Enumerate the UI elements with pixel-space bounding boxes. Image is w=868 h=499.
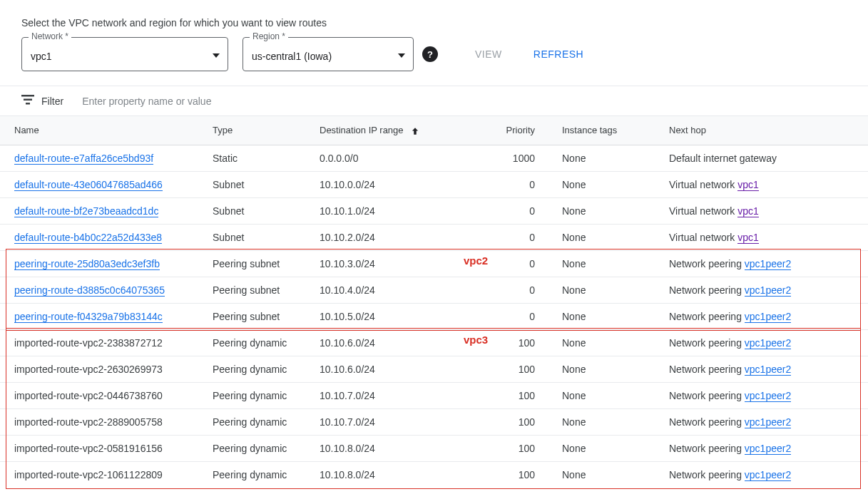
table-row: imported-route-vpc2-2630269973Peering dy…	[0, 356, 868, 382]
route-tags: None	[556, 250, 663, 277]
route-priority: 100	[471, 329, 556, 356]
route-dest: 10.10.6.0/24	[314, 329, 471, 356]
route-tags: None	[556, 356, 663, 382]
table-row: imported-route-vpc2-0446738760Peering dy…	[0, 382, 868, 408]
next-hop-link[interactable]: vpc1	[737, 232, 759, 244]
route-priority: 100	[471, 356, 556, 382]
route-type: Peering dynamic	[207, 356, 314, 382]
route-type: Subnet	[207, 171, 314, 197]
route-dest: 10.10.4.0/24	[314, 277, 471, 303]
network-select[interactable]: Network * vpc1	[21, 37, 228, 71]
chevron-down-icon	[213, 48, 220, 60]
route-tags: None	[556, 277, 663, 303]
refresh-button[interactable]: REFRESH	[525, 43, 592, 66]
route-type: Static	[207, 145, 314, 171]
route-name-link[interactable]: peering-route-d3885c0c64075365	[14, 284, 165, 297]
route-dest: 10.10.8.0/24	[314, 435, 471, 461]
col-next[interactable]: Next hop	[663, 116, 868, 145]
table-row: imported-route-vpc2-0581916156Peering dy…	[0, 435, 868, 461]
table-row: imported-route-vpc2-1061122809Peering dy…	[0, 461, 868, 488]
route-dest: 10.10.6.0/24	[314, 356, 471, 382]
header-row: Name Type Destination IP range Priority …	[0, 116, 868, 145]
route-tags: None	[556, 303, 663, 329]
route-name-link[interactable]: default-route-e7affa26ce5bd93f	[14, 153, 153, 165]
route-priority: 1000	[471, 145, 556, 171]
route-tags: None	[556, 435, 663, 461]
next-hop-link[interactable]: vpc1	[737, 205, 759, 217]
route-priority: 100	[471, 461, 556, 488]
route-priority: 100	[471, 408, 556, 435]
network-label: Network *	[29, 31, 71, 41]
region-label: Region *	[250, 31, 288, 41]
route-priority: 100	[471, 435, 556, 461]
next-hop-link[interactable]: vpc1peer2	[745, 443, 791, 455]
route-priority: 0	[471, 277, 556, 303]
next-hop-link[interactable]: vpc1peer2	[745, 337, 791, 349]
route-name-text: imported-route-vpc2-2889005758	[0, 408, 207, 435]
svg-rect-1	[24, 99, 32, 101]
route-type: Peering dynamic	[207, 435, 314, 461]
region-value: us-central1 (Iowa)	[252, 51, 332, 62]
route-name-link[interactable]: default-route-43e06047685ad466	[14, 179, 163, 191]
route-name-link[interactable]: default-route-bf2e73beaadcd1dc	[14, 205, 158, 217]
routes-table-wrap: Name Type Destination IP range Priority …	[0, 116, 868, 488]
route-tags: None	[556, 197, 663, 224]
route-tags: None	[556, 382, 663, 408]
route-next-hop: Network peering vpc1peer2	[663, 382, 868, 408]
route-next-hop: Network peering vpc1peer2	[663, 356, 868, 382]
region-select[interactable]: Region * us-central1 (Iowa)	[242, 37, 414, 71]
route-dest: 10.10.7.0/24	[314, 408, 471, 435]
route-priority: 100	[471, 382, 556, 408]
route-name-link[interactable]: default-route-b4b0c22a52d433e8	[14, 232, 162, 244]
route-type: Subnet	[207, 224, 314, 250]
col-dest[interactable]: Destination IP range	[314, 116, 471, 145]
col-name[interactable]: Name	[0, 116, 207, 145]
route-dest: 10.10.5.0/24	[314, 303, 471, 329]
filter-label: Filter	[41, 96, 63, 107]
route-name-link[interactable]: peering-route-25d80a3edc3ef3fb	[14, 258, 160, 270]
next-hop-link[interactable]: vpc1	[737, 179, 759, 191]
table-row: imported-route-vpc2-2383872712Peering dy…	[0, 329, 868, 356]
help-icon[interactable]: ?	[422, 46, 438, 62]
next-hop-link[interactable]: vpc1peer2	[745, 364, 791, 376]
route-type: Peering dynamic	[207, 329, 314, 356]
route-next-hop: Virtual network vpc1	[663, 171, 868, 197]
route-name-text: imported-route-vpc2-1061122809	[0, 461, 207, 488]
route-type: Peering dynamic	[207, 408, 314, 435]
route-priority: 0	[471, 171, 556, 197]
route-next-hop: Network peering vpc1peer2	[663, 461, 868, 488]
next-hop-link[interactable]: vpc1peer2	[745, 284, 791, 297]
table-row: peering-route-f04329a79b83144cPeering su…	[0, 303, 868, 329]
route-dest: 10.10.8.0/24	[314, 461, 471, 488]
route-next-hop: Network peering vpc1peer2	[663, 435, 868, 461]
route-priority: 0	[471, 224, 556, 250]
col-tags[interactable]: Instance tags	[556, 116, 663, 145]
route-tags: None	[556, 329, 663, 356]
route-priority: 0	[471, 197, 556, 224]
next-hop-link[interactable]: vpc1peer2	[745, 416, 791, 428]
route-name-text: imported-route-vpc2-0581916156	[0, 435, 207, 461]
next-hop-link[interactable]: vpc1peer2	[745, 390, 791, 402]
view-button[interactable]: VIEW	[466, 43, 511, 66]
filter-input[interactable]	[82, 96, 847, 107]
route-name-link[interactable]: peering-route-f04329a79b83144c	[14, 311, 163, 323]
col-type[interactable]: Type	[207, 116, 314, 145]
route-tags: None	[556, 461, 663, 488]
table-row: default-route-e7affa26ce5bd93fStatic0.0.…	[0, 145, 868, 171]
svg-rect-0	[21, 95, 34, 97]
route-next-hop: Network peering vpc1peer2	[663, 303, 868, 329]
table-row: imported-route-vpc2-2889005758Peering dy…	[0, 408, 868, 435]
next-hop-link[interactable]: vpc1peer2	[745, 258, 791, 270]
route-type: Peering dynamic	[207, 461, 314, 488]
svg-rect-2	[26, 103, 30, 105]
route-name-text: imported-route-vpc2-2630269973	[0, 356, 207, 382]
filter-bar: Filter	[0, 86, 868, 116]
col-priority[interactable]: Priority	[471, 116, 556, 145]
route-tags: None	[556, 408, 663, 435]
next-hop-link[interactable]: vpc1peer2	[745, 469, 791, 481]
route-type: Subnet	[207, 197, 314, 224]
instruction-text: Select the VPC network and region for wh…	[0, 7, 868, 37]
route-dest: 0.0.0.0/0	[314, 145, 471, 171]
selectors-row: Network * vpc1 Region * us-central1 (Iow…	[0, 37, 868, 86]
next-hop-link[interactable]: vpc1peer2	[745, 311, 791, 323]
